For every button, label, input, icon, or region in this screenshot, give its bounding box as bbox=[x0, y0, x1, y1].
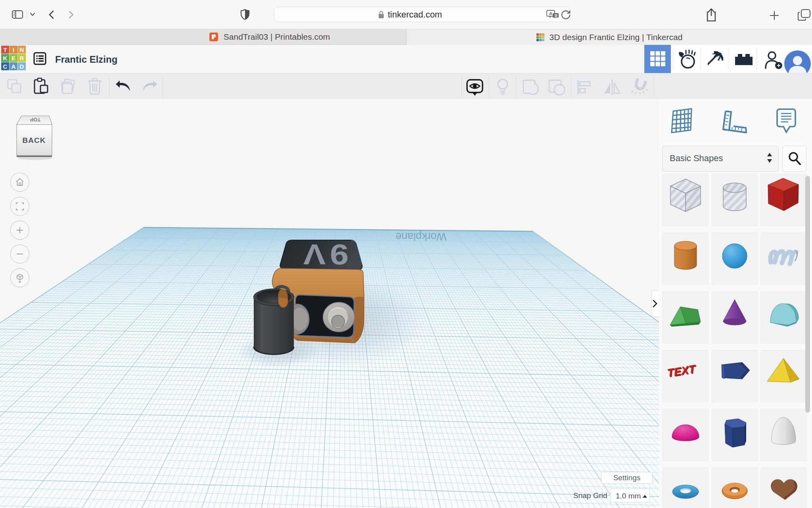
svg-text:Workplane: Workplane bbox=[395, 231, 446, 242]
svg-text:N: N bbox=[20, 46, 24, 53]
svg-text:R: R bbox=[20, 55, 24, 62]
svg-text:A: A bbox=[549, 11, 552, 16]
svg-text:I: I bbox=[13, 46, 14, 53]
svg-text:C: C bbox=[3, 63, 8, 70]
svg-text:BACK: BACK bbox=[23, 136, 46, 144]
svg-text:A: A bbox=[11, 63, 16, 70]
svg-text:E: E bbox=[11, 55, 15, 62]
svg-text:文: 文 bbox=[554, 14, 558, 18]
svg-text:K: K bbox=[3, 55, 8, 62]
svg-text:TEXT: TEXT bbox=[667, 362, 696, 379]
svg-text:TOP: TOP bbox=[30, 117, 40, 123]
svg-text:D: D bbox=[20, 63, 24, 70]
svg-text:T: T bbox=[3, 46, 7, 53]
svg-text:9V: 9V bbox=[299, 238, 349, 270]
